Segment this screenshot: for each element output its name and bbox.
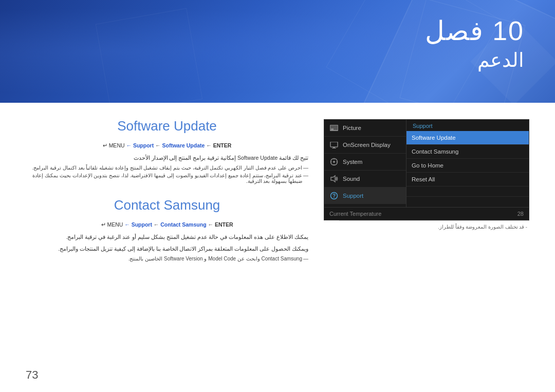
- divider-line: [339, 220, 529, 221]
- menu-item-support[interactable]: ? Support: [324, 188, 406, 204]
- text-content: Software Update MENU ← Support ← Softwar…: [26, 118, 308, 262]
- menu-label-sound: Sound: [343, 176, 360, 182]
- caption-text: قد تختلف الصورة المعروضة وفقاً للطراز.: [438, 224, 524, 230]
- temp-label: Current Temperature: [329, 211, 381, 217]
- menu-caption: - قد تختلف الصورة المعروضة وفقاً للطراز.: [324, 224, 529, 230]
- menu-label-support: Support: [343, 193, 363, 199]
- menu-item-sound[interactable]: Sound: [324, 171, 406, 188]
- system-icon: [329, 157, 339, 166]
- sound-icon: [329, 174, 339, 183]
- support-icon: ?: [329, 191, 339, 200]
- page-number: 73: [26, 368, 38, 382]
- picture-icon: [329, 123, 339, 133]
- menu-item-contact-samsung[interactable]: Contact Samsung: [406, 145, 529, 159]
- breadcrumb-software-update: Software Update: [162, 142, 205, 148]
- section-software-update: Software Update MENU ← Support ← Softwar…: [26, 118, 308, 184]
- menu-label-picture: Picture: [343, 125, 361, 131]
- menu-right-label-contact-samsung: Contact Samsung: [412, 148, 458, 155]
- section2-note1: Contact Samsung وابحث عن Model Code و So…: [26, 256, 308, 262]
- section2-title: Contact Samsung: [26, 197, 308, 213]
- section1-note2: عند ترقية البرامج، ستتم إعادة جميع إعداد…: [26, 173, 308, 184]
- caption-dash: -: [524, 224, 527, 230]
- menu-label-system: System: [343, 159, 362, 165]
- svg-text:?: ?: [332, 193, 336, 199]
- support-header-label: Support: [406, 120, 529, 131]
- svg-rect-5: [332, 148, 336, 148]
- breadcrumb-contact-samsung: Contact Samsung: [160, 221, 206, 228]
- chapter-number: 10 فصل: [425, 15, 524, 46]
- menu-item-system[interactable]: System: [324, 154, 406, 171]
- display-icon: [329, 140, 339, 150]
- menu-panel: Picture OnScreen Display Sys: [324, 119, 529, 262]
- svg-rect-3: [330, 142, 338, 147]
- svg-marker-12: [331, 176, 335, 182]
- menu-right-column: Support Software Update Contact Samsung …: [406, 120, 529, 207]
- tv-menu: Picture OnScreen Display Sys: [324, 119, 529, 220]
- section2-arabic1: يمكنك الاطلاع على هذه المعلومات في حالة …: [26, 233, 308, 242]
- section1-breadcrumb: MENU ← Support ← Software Update ← ENTER…: [26, 142, 308, 148]
- svg-point-7: [333, 161, 335, 163]
- menu-right-label-go-to-home: Go to Home: [412, 162, 443, 169]
- section1-title: Software Update: [26, 118, 308, 134]
- menu-body: Picture OnScreen Display Sys: [324, 120, 529, 207]
- menu-left-column: Picture OnScreen Display Sys: [324, 120, 406, 207]
- section1-arabic-main: تتيح لك قائمة Software Update إمكانية تر…: [26, 154, 308, 163]
- breadcrumb-menu-label2: MENU: [107, 221, 124, 228]
- menu-item-software-update[interactable]: Software Update: [406, 131, 529, 145]
- menu-right-label-reset-all: Reset All: [412, 176, 435, 182]
- breadcrumb-menu-label: MENU: [109, 142, 126, 148]
- main-content: Software Update MENU ← Support ← Softwar…: [0, 103, 555, 272]
- menu-label-onscreen: OnScreen Display: [343, 142, 391, 148]
- menu-item-onscreen[interactable]: OnScreen Display: [324, 137, 406, 154]
- header-banner: 10 فصل الدعم: [0, 0, 555, 103]
- section2-breadcrumb: MENU ← Support ← Contact Samsung ← ENTER…: [26, 221, 308, 228]
- breadcrumb-support2: Support: [132, 221, 152, 228]
- menu-item-picture[interactable]: Picture: [324, 120, 406, 137]
- svg-rect-4: [333, 147, 335, 148]
- breadcrumb-support1: Support: [133, 142, 154, 148]
- temp-value: 28: [517, 211, 524, 217]
- section-contact-samsung: Contact Samsung MENU ← Support ← Contact…: [26, 197, 308, 262]
- menu-item-go-to-home[interactable]: Go to Home: [406, 159, 529, 173]
- section1-note1: احرص على عدم فصل التيار الكهربي تكتمل ال…: [26, 165, 308, 171]
- menu-item-reset-all[interactable]: Reset All: [406, 173, 529, 186]
- chapter-title: الدعم: [425, 49, 524, 71]
- menu-bottom-bar: Current Temperature 28: [324, 207, 529, 220]
- section2-arabic2: ويمكنك الحصول على المعلومات المتعلقة بمر…: [26, 245, 308, 254]
- svg-rect-2: [331, 128, 334, 130]
- header-chapter: 10 فصل الدعم: [425, 15, 524, 71]
- menu-right-label-software-update: Software Update: [412, 135, 456, 141]
